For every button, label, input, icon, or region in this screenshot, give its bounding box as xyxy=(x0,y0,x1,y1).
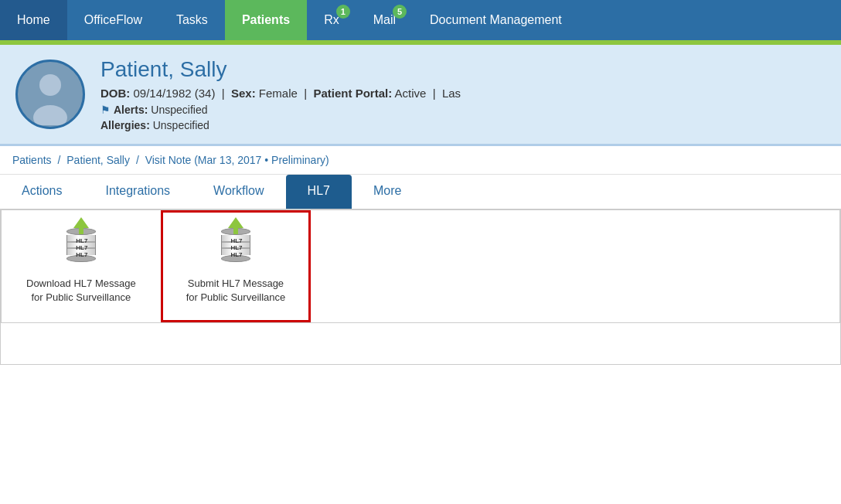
dob-label: DOB: xyxy=(100,87,130,100)
breadcrumb-patient-sally[interactable]: Patient, Sally xyxy=(66,154,130,166)
arrow-icon xyxy=(228,217,243,234)
hl7-download-label: Download HL7 Messagefor Public Surveilla… xyxy=(26,277,136,305)
top-navigation: Home OfficeFlow Tasks Patients Rx 1 Mail… xyxy=(0,0,841,40)
allergies-value: Unspecified xyxy=(153,119,209,131)
breadcrumb: Patients / Patient, Sally / Visit Note (… xyxy=(0,146,841,175)
patient-details: DOB: 09/14/1982 (34) | Sex: Female | Pat… xyxy=(100,87,826,100)
nav-officeflow[interactable]: OfficeFlow xyxy=(67,0,159,40)
nav-patients[interactable]: Patients xyxy=(225,0,307,40)
alerts-label: Alerts: xyxy=(114,104,148,116)
hl7-download-icon: HL7HL7HL7 xyxy=(58,228,104,271)
tab-workflow[interactable]: Workflow xyxy=(192,175,286,209)
hl7-content-panel: HL7HL7HL7 Download HL7 Messagefor Public… xyxy=(0,210,841,365)
breadcrumb-patients[interactable]: Patients xyxy=(12,154,52,166)
flag-icon: ⚑ xyxy=(100,104,111,116)
nav-tasks[interactable]: Tasks xyxy=(159,0,225,40)
hl7-submit-label: Submit HL7 Messagefor Public Surveillanc… xyxy=(186,277,286,305)
portal-value: Active xyxy=(395,87,427,100)
hl7-submit-icon: HL7HL7HL7 xyxy=(213,228,259,271)
tab-actions[interactable]: Actions xyxy=(0,175,83,209)
nav-home[interactable]: Home xyxy=(0,0,67,40)
patient-info: Patient, Sally DOB: 09/14/1982 (34) | Se… xyxy=(100,57,826,131)
tab-bar: Actions Integrations Workflow HL7 More xyxy=(0,175,841,209)
alerts-value: Unspecified xyxy=(151,104,207,116)
sex-value: Female xyxy=(259,87,298,100)
sex-label: Sex: xyxy=(231,87,256,100)
nav-document-management[interactable]: Document Management xyxy=(413,0,579,40)
mail-badge: 5 xyxy=(393,5,407,19)
svg-point-1 xyxy=(39,74,61,96)
dob-value: 09/14/1982 (34) xyxy=(134,87,216,100)
avatar xyxy=(15,60,85,129)
nav-rx[interactable]: Rx 1 xyxy=(307,0,356,40)
patient-header: Patient, Sally DOB: 09/14/1982 (34) | Se… xyxy=(0,45,841,146)
tabs-container: Actions Integrations Workflow HL7 More xyxy=(0,175,841,210)
portal-label: Patient Portal: xyxy=(313,87,392,100)
rx-badge: 1 xyxy=(336,5,350,19)
hl7-submit-item[interactable]: HL7HL7HL7 Submit HL7 Messagefor Public S… xyxy=(161,210,312,322)
tab-more[interactable]: More xyxy=(352,175,423,209)
hl7-download-item[interactable]: HL7HL7HL7 Download HL7 Messagefor Public… xyxy=(2,210,161,322)
arrow-icon xyxy=(73,217,89,234)
allergies-label: Allergies: xyxy=(100,119,150,131)
patient-name: Patient, Sally xyxy=(100,57,826,82)
breadcrumb-visit-note[interactable]: Visit Note (Mar 13, 2017 • Preliminary) xyxy=(145,154,329,166)
patient-allergies: Allergies: Unspecified xyxy=(100,119,826,131)
patient-alerts: ⚑ Alerts: Unspecified xyxy=(100,104,826,116)
tab-hl7[interactable]: HL7 xyxy=(286,175,352,209)
tab-integrations[interactable]: Integrations xyxy=(83,175,192,209)
nav-mail[interactable]: Mail 5 xyxy=(356,0,413,40)
hl7-grid: HL7HL7HL7 Download HL7 Messagefor Public… xyxy=(1,210,840,323)
